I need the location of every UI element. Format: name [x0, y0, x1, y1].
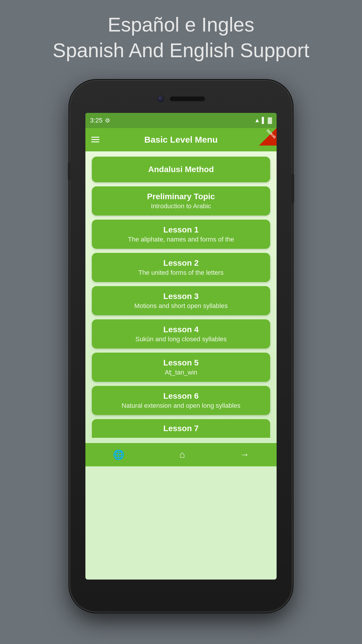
side-button-left — [68, 162, 70, 180]
lesson4-subtitle: Sukūn and long closed syllables — [135, 335, 226, 343]
camera — [157, 95, 164, 102]
globe-nav-icon[interactable]: 🌐 — [113, 449, 124, 460]
lesson5-button[interactable]: Lesson 5 Aṭ_tan_win — [92, 353, 270, 382]
debug-badge: DEBUG — [259, 128, 277, 146]
side-button-right — [292, 174, 294, 203]
lesson3-subtitle: Motions and short open syllables — [134, 302, 228, 310]
lesson5-subtitle: Aṭ_tan_win — [165, 369, 197, 376]
lesson2-button[interactable]: Lesson 2 The united forms of the letters — [92, 253, 270, 282]
bottom-nav: 🌐 ⌂ → — [85, 443, 277, 466]
wifi-icon: ▲ — [254, 117, 260, 124]
app-bar: Basic Level Menu DEBUG — [85, 128, 277, 151]
settings-icon: ⚙ — [105, 117, 110, 124]
phone-device: 3:25 ⚙ ▲ ▌ ▓ Basic Level Menu DEBUG — [70, 81, 292, 623]
status-time: 3:25 — [90, 117, 103, 124]
status-right: ▲ ▌ ▓ — [254, 117, 272, 124]
promo-line2: Spanish And English Support — [53, 37, 310, 63]
lesson2-subtitle: The united forms of the letters — [138, 269, 224, 276]
phone-screen: 3:25 ⚙ ▲ ▌ ▓ Basic Level Menu DEBUG — [85, 113, 277, 580]
lesson3-title: Lesson 3 — [163, 292, 198, 301]
lesson5-title: Lesson 5 — [163, 358, 198, 368]
lesson3-button[interactable]: Lesson 3 Motions and short open syllable… — [92, 286, 270, 315]
home-nav-icon[interactable]: ⌂ — [179, 449, 185, 460]
lesson2-title: Lesson 2 — [163, 258, 198, 268]
lesson4-title: Lesson 4 — [163, 325, 198, 334]
lesson6-title: Lesson 6 — [163, 391, 198, 401]
lesson6-subtitle: Natural extension and open long syllable… — [122, 402, 240, 410]
lesson7-partial-button[interactable]: Lesson 7 — [92, 419, 270, 438]
phone-top-bar — [157, 95, 205, 102]
lesson7-title: Lesson 7 — [163, 424, 198, 433]
hamburger-menu[interactable] — [91, 137, 99, 142]
speaker — [170, 97, 205, 101]
lesson4-button[interactable]: Lesson 4 Sukūn and long closed syllables — [92, 319, 270, 349]
content-area: Andalusi Method Preliminary Topic Introd… — [85, 151, 277, 443]
lesson1-title: Lesson 1 — [163, 225, 198, 235]
signal-icon: ▌ — [262, 117, 266, 124]
status-bar: 3:25 ⚙ ▲ ▌ ▓ — [85, 113, 277, 128]
forward-nav-icon[interactable]: → — [240, 449, 249, 460]
lesson1-subtitle: The aliphate, names and forms of the — [128, 236, 234, 243]
preliminary-topic-button[interactable]: Preliminary Topic Introduction to Arabic — [92, 186, 270, 216]
promo-header: Español e Ingles Spanish And English Sup… — [53, 12, 310, 63]
debug-label: DEBUG — [266, 128, 277, 139]
preliminary-title: Preliminary Topic — [147, 192, 215, 201]
preliminary-subtitle: Introduction to Arabic — [151, 202, 211, 210]
andalusi-method-button[interactable]: Andalusi Method — [92, 157, 270, 182]
battery-icon: ▓ — [268, 117, 272, 124]
status-left: 3:25 ⚙ — [90, 117, 110, 124]
promo-line1: Español e Ingles — [53, 12, 310, 37]
app-bar-title: Basic Level Menu — [144, 135, 218, 145]
lesson1-button[interactable]: Lesson 1 The aliphate, names and forms o… — [92, 220, 270, 249]
lesson6-button[interactable]: Lesson 6 Natural extension and open long… — [92, 386, 270, 415]
andalusi-title: Andalusi Method — [148, 165, 214, 174]
